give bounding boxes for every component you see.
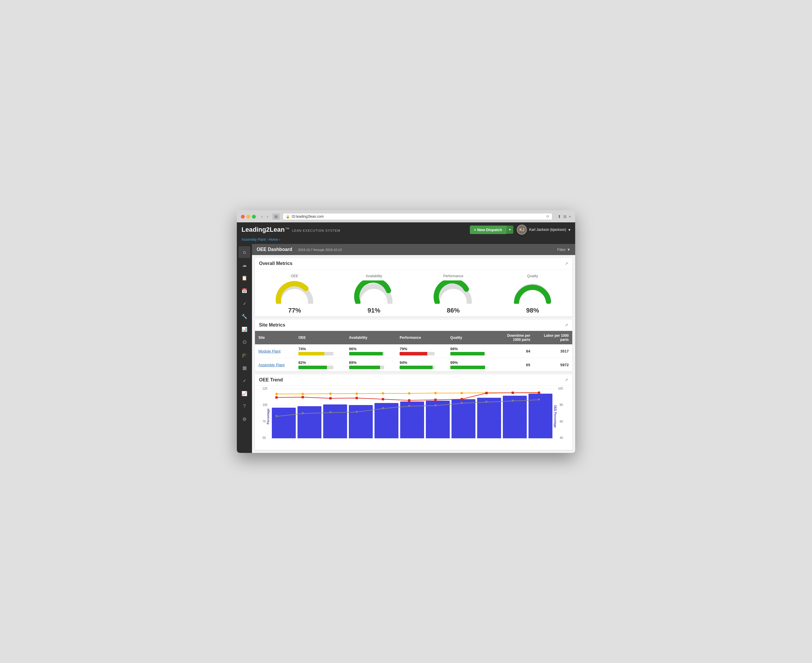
col-site: Site xyxy=(255,331,295,344)
sidebar-item-shield[interactable]: ✓ xyxy=(239,375,250,386)
dashboard-date: 2019-10-7 through 2019-10-13 xyxy=(298,248,342,252)
gauge-availability: Availability 91% xyxy=(334,274,413,314)
svg-rect-12 xyxy=(302,396,304,398)
breadcrumb-sep2: › xyxy=(279,238,280,242)
dashboard-title: OEE Dashboard xyxy=(257,247,292,252)
sidebar-item-cloud[interactable]: ☁ xyxy=(239,259,250,271)
sidebar-item-chart[interactable]: 📊 xyxy=(239,323,250,335)
breadcrumb-home[interactable]: Home xyxy=(269,238,278,242)
tab-view-button[interactable]: ⊞ xyxy=(273,213,280,220)
site-metrics-title: Site Metrics xyxy=(259,322,285,328)
sidebar-item-wrench[interactable]: 🔧 xyxy=(239,310,250,322)
chart-inner: Percentage OEE Percentage 125 100 100 80 xyxy=(271,389,554,444)
module-plant-link[interactable]: Module Plant xyxy=(258,349,281,353)
table-row: Assembly Plant 82% xyxy=(255,358,572,372)
svg-rect-17 xyxy=(434,399,437,401)
sidebar-item-calendar[interactable]: 📅 xyxy=(239,285,250,296)
close-button[interactable] xyxy=(241,215,245,218)
back-button[interactable]: ‹ xyxy=(260,213,264,220)
minimize-button[interactable] xyxy=(247,215,250,218)
col-performance: Performance xyxy=(396,331,447,344)
col-downtime: Downtime per1000 parts xyxy=(497,331,534,344)
svg-rect-13 xyxy=(329,397,332,399)
breadcrumb-bar: Assembly Plant › Home › xyxy=(237,237,575,244)
new-dispatch-dropdown-button[interactable]: ▾ xyxy=(506,226,513,234)
browser-window: ‹ › ⊞ 🔒 l2l.leading2lean.com ⟳ ⬆ ⧉ + Lea… xyxy=(237,210,575,453)
oee-trend-external-link-icon[interactable]: ↗ xyxy=(565,378,568,382)
oee-assembly-bar xyxy=(299,365,333,369)
gauges-row: OEE 77% Availability xyxy=(255,269,572,317)
svg-point-3 xyxy=(355,393,358,395)
col-oee: OEE xyxy=(295,331,345,344)
address-bar[interactable]: 🔒 l2l.leading2lean.com ⟳ xyxy=(283,213,552,220)
filter-button[interactable]: Filter ▼ xyxy=(557,247,570,252)
svg-rect-20 xyxy=(512,391,514,394)
nav-arrows: ‹ › xyxy=(260,213,270,220)
svg-rect-19 xyxy=(485,392,488,394)
user-area: KJ Karl Jackson (kjackson) ▾ xyxy=(517,225,570,234)
new-dispatch-group: + New Dispatch ▾ xyxy=(470,226,513,234)
user-dropdown-icon[interactable]: ▾ xyxy=(568,228,570,232)
svg-point-4 xyxy=(382,392,384,395)
svg-point-5 xyxy=(408,392,410,395)
share-button[interactable]: ⬆ xyxy=(558,214,561,219)
sidebar-item-help[interactable]: ? xyxy=(239,400,250,412)
new-dispatch-button[interactable]: + New Dispatch xyxy=(470,226,506,234)
gauge-qual-label: Quality xyxy=(493,274,572,278)
labor-module: 3517 xyxy=(534,344,572,358)
gauge-oee-svg xyxy=(274,280,315,304)
sidebar-item-settings[interactable]: ⚙ xyxy=(239,413,250,425)
oee-trend-card: OEE Trend ↗ Percentage OEE Percentage 12… xyxy=(255,374,572,450)
avail-assembly-bar xyxy=(349,365,384,369)
site-metrics-external-link-icon[interactable]: ↗ xyxy=(565,323,568,327)
main-content: OEE Dashboard 2019-10-7 through 2019-10-… xyxy=(252,244,575,453)
oee-module-bar xyxy=(299,352,333,356)
gauge-oee: OEE 77% xyxy=(255,274,334,314)
sidebar-item-graduation[interactable]: 🎓 xyxy=(239,349,250,361)
site-assembly-plant: Assembly Plant xyxy=(255,358,295,372)
gauge-qual-svg xyxy=(512,280,553,304)
gauge-oee-label: OEE xyxy=(255,274,334,278)
oee-module: 74% xyxy=(295,344,345,358)
chart-y-label-left: Percentage xyxy=(266,409,270,424)
labor-assembly: 5972 xyxy=(534,358,572,372)
overall-metrics-external-link-icon[interactable]: ↗ xyxy=(565,261,568,266)
svg-point-1 xyxy=(302,393,304,395)
overall-metrics-card: Overall Metrics ↗ OEE 77% xyxy=(255,258,572,317)
sidebar-item-check[interactable]: ✓ xyxy=(239,298,250,309)
add-tab-button[interactable]: + xyxy=(569,214,571,219)
overall-metrics-header: Overall Metrics ↗ xyxy=(255,258,572,269)
new-tab-button[interactable]: ⧉ xyxy=(563,214,567,219)
avail-assembly: 89% xyxy=(345,358,396,372)
svg-point-6 xyxy=(434,392,437,394)
avail-module-bar xyxy=(349,352,384,356)
sidebar-item-speed[interactable]: ⊙ xyxy=(239,336,250,348)
downtime-module: 84 xyxy=(497,344,534,358)
filter-label: Filter xyxy=(557,247,566,252)
logo: Leading2Lean TM LEAN EXECUTION SYSTEM xyxy=(242,226,341,233)
browser-actions: ⬆ ⧉ + xyxy=(558,214,571,219)
avatar: KJ xyxy=(517,225,527,234)
svg-rect-16 xyxy=(408,399,410,401)
chart-y-label-right: OEE Percentage xyxy=(554,405,557,428)
oee-trend-title: OEE Trend xyxy=(259,377,283,383)
gauge-performance: Performance 86% xyxy=(413,274,493,314)
assembly-plant-link[interactable]: Assembly Plant xyxy=(258,363,285,367)
table-row: Module Plant 74% xyxy=(255,344,572,358)
dashboard-header: OEE Dashboard 2019-10-7 through 2019-10-… xyxy=(252,244,575,255)
logo-text: Leading2Lean TM xyxy=(242,226,289,233)
svg-point-7 xyxy=(460,392,463,394)
sidebar-item-trend[interactable]: 📈 xyxy=(239,388,250,399)
sidebar-item-document[interactable]: 📋 xyxy=(239,272,250,284)
svg-rect-18 xyxy=(460,398,463,400)
reload-icon[interactable]: ⟳ xyxy=(546,215,549,218)
user-name: Karl Jackson (kjackson) xyxy=(529,228,566,232)
perf-module: 79% xyxy=(396,344,447,358)
gauge-perf-value: 86% xyxy=(413,307,493,314)
breadcrumb-site[interactable]: Assembly Plant xyxy=(242,238,266,242)
sidebar-item-home[interactable]: ⌂ xyxy=(239,246,250,258)
maximize-button[interactable] xyxy=(252,215,256,218)
forward-button[interactable]: › xyxy=(265,213,270,220)
gauge-quality: Quality 98% xyxy=(493,274,572,314)
sidebar-item-bar[interactable]: ▦ xyxy=(239,362,250,374)
